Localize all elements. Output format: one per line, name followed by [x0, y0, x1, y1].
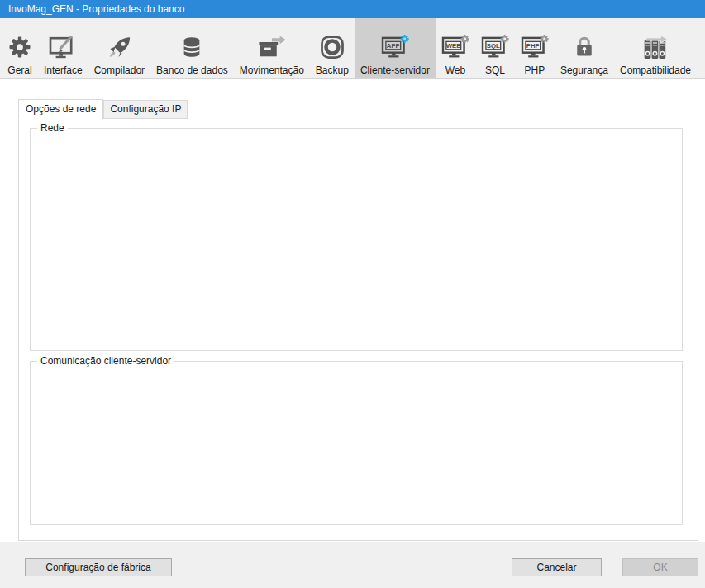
toolbar-item-label: Banco de dados	[156, 64, 228, 76]
toolbar-item-label: SQL	[485, 64, 505, 76]
toolbar-item-label: Compatibilidade	[620, 64, 691, 76]
toolbar-item-label: Segurança	[560, 64, 608, 76]
window-titlebar: InvoMag_GEN - Propriedades do banco	[0, 0, 705, 18]
database-icon	[180, 31, 203, 63]
communication-groupbox: Comunicação cliente-servidor	[30, 361, 683, 525]
button-label: Cancelar	[536, 562, 576, 573]
cancel-button[interactable]: Cancelar	[512, 558, 602, 576]
tab-configuracao-ip[interactable]: Configuração IP	[103, 100, 188, 119]
button-label: OK	[653, 562, 667, 573]
database-properties-dialog: InvoMag_GEN - Propriedades do banco Gera…	[0, 0, 705, 588]
padlock-icon	[573, 31, 596, 63]
toolbar-item-php[interactable]: PHP PHP	[515, 18, 555, 78]
network-group-title: Rede	[37, 122, 68, 134]
network-groupbox: Rede	[30, 128, 683, 351]
monitor-pencil-icon	[49, 31, 77, 63]
button-label: Configuração de fábrica	[45, 562, 150, 573]
php-monitor-gear-icon: PHP	[521, 31, 549, 63]
toolbar-item-label: Geral	[7, 64, 31, 76]
toolbar-item-compatibilidade[interactable]: Compatibilidade	[614, 18, 697, 78]
toolbar-item-compilador[interactable]: Compilador	[88, 18, 150, 78]
svg-text:SQL: SQL	[487, 42, 500, 50]
toolbar-item-cliente-servidor[interactable]: APP Cliente-servidor	[355, 18, 436, 78]
binders-arrow-icon	[641, 31, 669, 63]
tab-label: Opções de rede	[26, 103, 96, 115]
toolbar-item-label: Movimentação	[240, 64, 304, 76]
toolbar-item-backup[interactable]: Backup	[310, 18, 355, 78]
rocket-icon	[107, 31, 131, 63]
toolbar-item-movimentacao[interactable]: Movimentação	[234, 18, 310, 78]
tab-label: Configuração IP	[110, 103, 181, 115]
sql-monitor-gear-icon: SQL	[481, 31, 509, 63]
web-monitor-gear-icon: WEB	[441, 31, 469, 63]
svg-text:PHP: PHP	[526, 42, 540, 50]
svg-text:WEB: WEB	[446, 42, 462, 50]
toolbar-item-interface[interactable]: Interface	[38, 18, 88, 78]
toolbar-item-label: Interface	[44, 64, 83, 76]
app-monitor-gear-icon: APP	[381, 31, 409, 63]
tab-opcoes-de-rede[interactable]: Opções de rede	[18, 99, 103, 120]
svg-text:APP: APP	[387, 42, 400, 50]
life-ring-icon	[320, 31, 345, 63]
communication-group-title: Comunicação cliente-servidor	[37, 355, 174, 367]
ok-button[interactable]: OK	[622, 558, 698, 576]
toolbar-item-geral[interactable]: Geral	[2, 18, 38, 78]
toolbar-item-seguranca[interactable]: Segurança	[555, 18, 614, 78]
toolbar-item-label: Cliente-servidor	[360, 64, 430, 76]
toolbar-item-label: Backup	[316, 64, 349, 76]
toolbar-item-banco-de-dados[interactable]: Banco de dados	[150, 18, 234, 78]
window-title: InvoMag_GEN - Propriedades do banco	[8, 3, 184, 15]
gear-icon	[7, 31, 32, 63]
settings-toolbar: Geral Interface	[0, 18, 705, 79]
toolbar-item-web[interactable]: WEB Web	[436, 18, 475, 78]
box-arrow-icon	[257, 31, 287, 63]
toolbar-item-label: Compilador	[94, 64, 145, 76]
toolbar-item-label: PHP	[525, 64, 545, 76]
toolbar-item-label: Web	[445, 64, 465, 76]
toolbar-item-sql[interactable]: SQL SQL	[475, 18, 515, 78]
tab-bar: Opções de rede Configuração IP	[18, 98, 188, 119]
factory-settings-button[interactable]: Configuração de fábrica	[25, 558, 172, 576]
